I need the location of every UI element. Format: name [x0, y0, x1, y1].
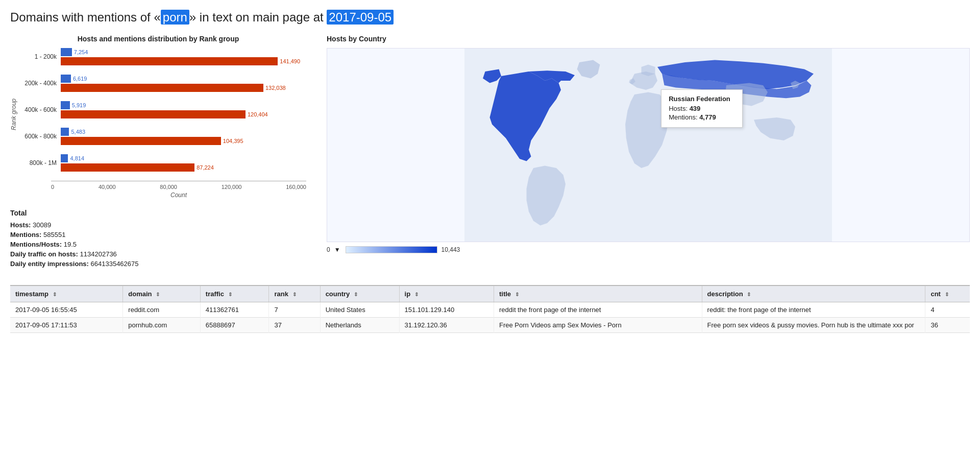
bar-label: 800k - 1M [20, 159, 61, 166]
bar-row-red: 87,224 [61, 163, 306, 172]
x-axis: 040,00080,000120,000160,000 Count [51, 181, 306, 199]
bar-group: 1 - 200k 7,254 141,490 [20, 48, 306, 65]
bars-area: 7,254 141,490 [61, 48, 306, 65]
bar-red [61, 163, 194, 172]
table-row: 2017-09-05 17:11:53pornhub.com6588869737… [10, 318, 970, 333]
bar-value-red: 141,490 [280, 58, 300, 64]
map-section: Hosts by Country [327, 35, 970, 270]
map-tooltip: Russian Federation Hosts: 439 Mentions: … [661, 89, 743, 128]
bar-value-red: 104,395 [223, 138, 243, 144]
bar-label: 600k - 800k [20, 133, 61, 140]
cell-timestamp: 2017-09-05 16:55:45 [10, 302, 123, 318]
bar-value-blue: 7,254 [74, 49, 88, 55]
map-legend: 0 ▼ 10,443 [327, 246, 970, 253]
cell-traffic: 65888697 [200, 318, 269, 333]
bars-area: 6,619 132,038 [61, 75, 306, 92]
date-highlight: 2017-09-05 [327, 10, 394, 25]
x-axis-title: Count [51, 192, 306, 199]
bar-red [61, 137, 221, 145]
bar-chart: 1 - 200k 7,254 141,490 200k - 400k 6,619… [20, 48, 306, 181]
bar-value-red: 132,038 [265, 85, 286, 91]
table-body: 2017-09-05 16:55:45reddit.com4113627617U… [10, 302, 970, 333]
col-ip[interactable]: ip ⇕ [399, 286, 494, 302]
bar-row-red: 120,404 [61, 110, 306, 118]
bar-row-blue: 6,619 [61, 75, 306, 83]
bars-area: 5,919 120,404 [61, 101, 306, 118]
table-row: 2017-09-05 16:55:45reddit.com4113627617U… [10, 302, 970, 318]
bar-row-blue: 4,814 [61, 154, 306, 162]
stat-daily-traffic: Daily traffic on hosts: 1134202736 [10, 250, 306, 258]
cell-rank: 37 [269, 318, 320, 333]
bar-group: 400k - 600k 5,919 120,404 [20, 101, 306, 118]
bars-area: 4,814 87,224 [61, 154, 306, 172]
page-title: Domains with mentions of «porn» in text … [10, 10, 970, 25]
bar-group: 800k - 1M 4,814 87,224 [20, 154, 306, 172]
bar-value-blue: 4,814 [70, 155, 84, 161]
x-tick: 120,000 [222, 184, 242, 190]
x-axis-ticks: 040,00080,000120,000160,000 [51, 184, 306, 190]
col-title[interactable]: title ⇕ [494, 286, 702, 302]
cell-domain: pornhub.com [123, 318, 201, 333]
y-axis-label: Rank group [10, 48, 17, 181]
bar-blue [61, 101, 70, 109]
col-description[interactable]: description ⇕ [702, 286, 925, 302]
bar-blue [61, 48, 72, 56]
bar-blue [61, 128, 69, 136]
bar-value-red: 87,224 [197, 164, 214, 171]
keyword-highlight: porn [161, 10, 189, 25]
cell-cnt: 36 [925, 318, 970, 333]
bar-red [61, 110, 246, 118]
title-prefix: Domains with mentions of « [10, 10, 161, 24]
bar-chart-title: Hosts and mentions distribution by Rank … [10, 35, 306, 43]
data-table: timestamp ⇕ domain ⇕ traffic ⇕ rank ⇕ co… [10, 286, 970, 333]
cell-title: Free Porn Videos amp Sex Movies - Porn [494, 318, 702, 333]
bar-value-red: 120,404 [248, 111, 268, 117]
bar-label: 200k - 400k [20, 80, 61, 87]
x-tick: 0 [51, 184, 54, 190]
bars-area: 5,483 104,395 [61, 128, 306, 145]
map-container: Russian Federation Hosts: 439 Mentions: … [327, 48, 970, 242]
bar-row-blue: 7,254 [61, 48, 306, 56]
tooltip-hosts: Hosts: 439 [669, 105, 735, 112]
stat-mentions: Mentions: 585551 [10, 231, 306, 239]
col-rank[interactable]: rank ⇕ [269, 286, 320, 302]
cell-timestamp: 2017-09-05 17:11:53 [10, 318, 123, 333]
bar-row-blue: 5,483 [61, 128, 306, 136]
cell-title: reddit the front page of the internet [494, 302, 702, 318]
tooltip-country: Russian Federation [669, 95, 735, 103]
title-middle: » in text on main page at [189, 10, 327, 24]
cell-country: Netherlands [320, 318, 399, 333]
tooltip-mentions: Mentions: 4,779 [669, 113, 735, 121]
bar-row-red: 104,395 [61, 137, 306, 145]
bar-chart-container: Rank group 1 - 200k 7,254 141,490 200k -… [10, 48, 306, 181]
stat-mentions-per-host: Mentions/Hosts: 19.5 [10, 241, 306, 248]
cell-cnt: 4 [925, 302, 970, 318]
col-traffic[interactable]: traffic ⇕ [200, 286, 269, 302]
stat-daily-impressions: Daily entity impressions: 6641335462675 [10, 260, 306, 268]
charts-row: Hosts and mentions distribution by Rank … [10, 35, 970, 270]
cell-country: United States [320, 302, 399, 318]
col-country[interactable]: country ⇕ [320, 286, 399, 302]
bar-group: 200k - 400k 6,619 132,038 [20, 75, 306, 92]
col-timestamp[interactable]: timestamp ⇕ [10, 286, 123, 302]
col-domain[interactable]: domain ⇕ [123, 286, 201, 302]
table-header-row: timestamp ⇕ domain ⇕ traffic ⇕ rank ⇕ co… [10, 286, 970, 302]
map-title: Hosts by Country [327, 35, 970, 43]
legend-min: 0 [327, 246, 330, 253]
cell-traffic: 411362761 [200, 302, 269, 318]
bar-label: 400k - 600k [20, 106, 61, 113]
table-section: timestamp ⇕ domain ⇕ traffic ⇕ rank ⇕ co… [10, 285, 970, 333]
bar-row-red: 132,038 [61, 84, 306, 92]
cell-rank: 7 [269, 302, 320, 318]
world-map-svg [327, 49, 969, 242]
cell-ip: 31.192.120.36 [399, 318, 494, 333]
cell-description: Free porn sex videos & pussy movies. Por… [702, 318, 925, 333]
bar-group: 600k - 800k 5,483 104,395 [20, 128, 306, 145]
bar-value-blue: 5,483 [71, 129, 85, 135]
x-tick: 40,000 [99, 184, 116, 190]
bar-red [61, 84, 263, 92]
stats-section: Total Hosts: 30089 Mentions: 585551 Ment… [10, 209, 306, 268]
stats-title: Total [10, 209, 306, 217]
bar-value-blue: 5,919 [72, 102, 86, 108]
col-cnt[interactable]: cnt ⇕ [925, 286, 970, 302]
